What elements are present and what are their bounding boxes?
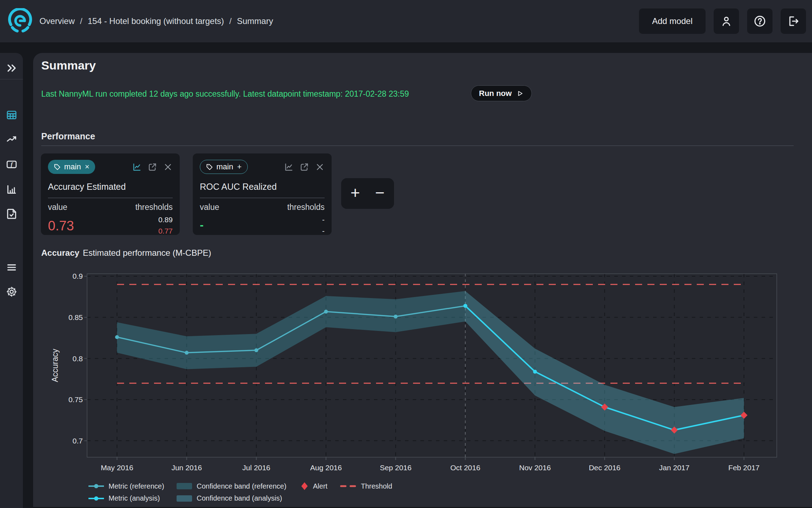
sidebar-item-concept-drift[interactable]: f xyxy=(0,156,23,173)
play-icon xyxy=(516,90,524,97)
x-axis-label: May 2016 xyxy=(101,464,133,472)
value-label: value xyxy=(200,202,219,212)
sidebar-item-menu[interactable] xyxy=(0,259,23,276)
threshold-low: - xyxy=(322,225,325,237)
metric-title: Accuracy Estimated xyxy=(48,182,173,192)
gear-icon xyxy=(6,286,18,298)
logout-button[interactable] xyxy=(781,8,806,34)
x-axis-label: Feb 2017 xyxy=(728,464,760,472)
data-point-marker[interactable] xyxy=(324,310,328,314)
legend-label: Alert xyxy=(313,482,327,490)
legend-label: Metric (analysis) xyxy=(109,494,160,502)
section-divider xyxy=(41,145,794,146)
remove-metric-button[interactable]: − xyxy=(370,185,390,203)
sidebar-item-distribution[interactable] xyxy=(0,181,23,198)
legend-alert[interactable]: Alert xyxy=(301,482,340,490)
y-axis-label: 0.9 xyxy=(73,272,83,280)
legend-label: Metric (reference) xyxy=(109,482,164,490)
accuracy-chart[interactable]: May 2016Jun 2016Jul 2016Aug 2016Sep 2016… xyxy=(33,265,812,487)
legend-metric-reference[interactable]: Metric (reference) xyxy=(88,482,177,490)
y-axis-label: 0.85 xyxy=(68,313,83,321)
sidebar-expand-button[interactable] xyxy=(0,60,23,76)
data-point-marker[interactable] xyxy=(254,348,258,352)
sidebar-item-summary[interactable] xyxy=(0,107,23,123)
logout-icon xyxy=(787,15,800,28)
sidebar-item-performance[interactable] xyxy=(0,131,23,147)
legend-label: Threshold xyxy=(361,482,392,490)
tag-icon xyxy=(54,163,61,171)
value-label: value xyxy=(48,202,67,212)
line-chart-icon[interactable] xyxy=(132,162,142,172)
breadcrumb-summary[interactable]: Summary xyxy=(237,16,273,26)
document-check-icon xyxy=(6,208,18,220)
sidebar-item-settings[interactable] xyxy=(0,284,23,300)
table-grid-icon xyxy=(6,109,18,121)
metric-card-roc-auc-realized: main + ROC AUC Realized xyxy=(193,153,332,235)
legend-confidence-analysis[interactable]: Confidence band (analysis) xyxy=(177,494,301,502)
legend-metric-analysis[interactable]: Metric (analysis) xyxy=(88,494,177,502)
user-icon xyxy=(720,15,733,28)
external-link-icon[interactable] xyxy=(300,162,309,172)
menu-icon xyxy=(6,261,18,273)
tag-pill-main[interactable]: main × xyxy=(48,160,95,174)
tag-label: main xyxy=(216,162,233,171)
x-axis-label: Aug 2016 xyxy=(310,464,342,472)
chart-title: AccuracyEstimated performance (M-CBPE) xyxy=(41,248,211,258)
bar-chart-icon xyxy=(6,183,18,195)
tag-remove-icon[interactable]: × xyxy=(85,162,90,171)
breadcrumb-separator: / xyxy=(229,16,232,26)
main-panel: Summary Last NannyML run completed 12 da… xyxy=(33,53,812,507)
sidebar: f xyxy=(0,53,23,508)
thresholds-label: thresholds xyxy=(135,202,173,212)
close-icon[interactable] xyxy=(163,162,173,172)
data-point-marker[interactable] xyxy=(185,351,189,355)
card-divider xyxy=(48,198,173,198)
tag-pill-main-add[interactable]: main + xyxy=(200,160,248,174)
x-axis-label: Sep 2016 xyxy=(380,464,412,472)
y-axis-label: 0.75 xyxy=(68,395,83,404)
data-point-marker[interactable] xyxy=(394,315,398,319)
tag-add-icon[interactable]: + xyxy=(237,162,242,171)
chart-metric-name: Accuracy xyxy=(41,248,79,258)
breadcrumb-overview[interactable]: Overview xyxy=(39,16,75,26)
app-root: Overview / 154 - Hotel booking (without … xyxy=(0,0,812,508)
x-axis-label: Jun 2016 xyxy=(171,464,202,472)
run-now-button[interactable]: Run now xyxy=(471,85,532,101)
breadcrumb-model[interactable]: 154 - Hotel booking (without targets) xyxy=(88,16,224,26)
help-button[interactable] xyxy=(747,8,773,34)
close-icon[interactable] xyxy=(315,162,325,172)
threshold-high: - xyxy=(322,214,325,225)
y-axis-label: 0.8 xyxy=(73,355,83,363)
data-point-marker[interactable] xyxy=(115,335,119,339)
sidebar-divider xyxy=(0,79,23,79)
function-icon: f xyxy=(6,158,18,170)
x-axis-label: Oct 2016 xyxy=(450,464,480,472)
x-axis-label: Nov 2016 xyxy=(519,464,551,472)
nannyml-logo-icon[interactable] xyxy=(7,8,33,34)
line-chart-icon[interactable] xyxy=(284,162,294,172)
status-message: Last NannyML run completed 12 days ago s… xyxy=(41,89,409,99)
help-icon xyxy=(753,15,766,28)
svg-text:f: f xyxy=(11,161,13,168)
data-point-marker[interactable] xyxy=(463,304,467,308)
legend-label: Confidence band (reference) xyxy=(197,482,287,490)
legend-label: Confidence band (analysis) xyxy=(197,494,282,502)
add-metric-button[interactable]: + xyxy=(345,185,365,203)
legend-confidence-reference[interactable]: Confidence band (reference) xyxy=(177,482,301,490)
external-link-icon[interactable] xyxy=(148,162,157,172)
sidebar-item-data-quality[interactable] xyxy=(0,206,23,222)
user-button[interactable] xyxy=(714,8,739,34)
performance-section-title: Performance xyxy=(41,131,95,141)
y-axis-label: 0.7 xyxy=(73,437,83,445)
metric-card-accuracy-estimated: main × Accuracy Estimated xyxy=(41,153,180,235)
metric-value: - xyxy=(200,218,204,231)
breadcrumb-separator: / xyxy=(80,16,82,26)
data-point-marker[interactable] xyxy=(533,370,537,374)
x-axis-label: Jan 2017 xyxy=(659,464,689,472)
legend-threshold[interactable]: Threshold xyxy=(340,482,418,490)
breadcrumb: Overview / 154 - Hotel booking (without … xyxy=(39,0,273,42)
metric-add-remove-panel: + − xyxy=(341,178,394,209)
topbar-actions: Add model xyxy=(639,8,806,34)
thresholds-label: thresholds xyxy=(287,202,325,212)
add-model-button[interactable]: Add model xyxy=(639,8,706,34)
